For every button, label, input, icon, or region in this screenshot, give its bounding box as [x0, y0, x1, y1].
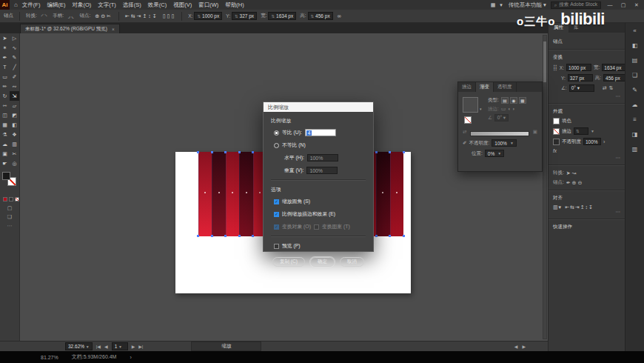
maximize-button[interactable]: ▢	[619, 2, 628, 8]
cancel-button[interactable]: 取消	[340, 257, 364, 267]
menu-item[interactable]: 文字(T)	[98, 1, 116, 9]
menu-item[interactable]: 窗口(W)	[198, 1, 218, 9]
expand-panels-icon[interactable]: «	[633, 27, 636, 34]
caret-down-icon[interactable]: ▼	[591, 129, 594, 133]
anchor-point[interactable]	[375, 151, 378, 153]
horizontal-scroll-arrows[interactable]: ◀ ▶	[514, 344, 526, 349]
vertical-scrollbar[interactable]	[543, 35, 547, 339]
stroke-swatch[interactable]	[553, 128, 560, 135]
draw-mode-icon[interactable]: ▢	[7, 205, 13, 211]
align-menu-icon[interactable]: ▥▾	[553, 204, 562, 210]
paintbrush-tool[interactable]: ✐	[10, 72, 19, 81]
anchor-point-mid[interactable]	[246, 192, 247, 193]
artwork-stripe[interactable]	[212, 152, 225, 236]
menu-item[interactable]: 编辑(E)	[47, 1, 65, 9]
align-icons[interactable]: ⇤⇆⇥↥↕↧	[565, 204, 594, 210]
home-icon[interactable]: ⌂	[14, 1, 18, 8]
anchor-point-mid[interactable]	[396, 192, 398, 193]
first-artboard-icon[interactable]: |◀	[96, 344, 101, 349]
opacity-chevron-icon[interactable]: ›	[603, 139, 605, 144]
shaper-tool[interactable]: ∾	[10, 81, 19, 91]
rotate-tool[interactable]: ↻	[0, 91, 10, 101]
anchor-point[interactable]	[197, 235, 199, 237]
workspace-switcher[interactable]: 传统基本功能 ▾	[509, 1, 546, 9]
stroke-panel-icon[interactable]: ≡	[633, 116, 637, 123]
color-button[interactable]	[3, 197, 7, 202]
stroke-weight-input[interactable]: ⇅	[574, 127, 588, 135]
type-tool[interactable]: T	[0, 62, 10, 72]
artwork-stripe[interactable]	[376, 152, 389, 236]
artboard-number-field[interactable]: 1 ▼	[112, 342, 128, 350]
field-input[interactable]: ⇅327 px	[232, 12, 257, 20]
flip-horizontal-icon[interactable]: ⇄	[603, 85, 607, 91]
uniform-radio[interactable]	[274, 130, 279, 136]
field-input[interactable]: ⇅456 px	[308, 12, 333, 20]
anchor-point[interactable]	[238, 151, 241, 153]
selection-tool[interactable]: ➤	[0, 33, 10, 43]
gradient-tool[interactable]: ◧	[10, 120, 19, 130]
direct-selection-tool[interactable]: ▷	[10, 33, 19, 43]
anchor-point[interactable]	[197, 151, 199, 153]
shape-builder-tool[interactable]: ◫	[0, 110, 10, 120]
zoom-level-field[interactable]: 32.62% ▼	[65, 342, 93, 350]
w-input[interactable]: 1634 px	[602, 64, 627, 71]
color-guide-icon[interactable]: ▤	[632, 57, 638, 64]
menu-item[interactable]: 效果(C)	[148, 1, 167, 9]
fill-swatch[interactable]	[2, 172, 10, 180]
freeform-gradient-icon[interactable]: ▦	[519, 97, 526, 104]
slice-tool[interactable]: ✂	[10, 149, 19, 159]
reference-point-icon[interactable]: ⣿	[553, 64, 557, 71]
last-artboard-icon[interactable]: ▶|	[138, 344, 143, 349]
panel-tab[interactable]: 属性	[549, 23, 568, 33]
linear-gradient-icon[interactable]: ▤	[501, 97, 509, 104]
field-input[interactable]: ⇅1634 px	[268, 12, 296, 20]
zoom-tool[interactable]: ◎	[10, 159, 19, 168]
eyedropper-tool[interactable]: ⚗	[0, 130, 10, 139]
anchor-point-mid[interactable]	[232, 192, 233, 193]
screen-mode-icon[interactable]: ❏	[7, 214, 12, 220]
stepper-icon[interactable]: ⇅	[197, 14, 201, 19]
artwork-stripe[interactable]	[198, 152, 212, 236]
fx-icon[interactable]: fx	[553, 148, 557, 153]
panel-tab[interactable]: 描边	[458, 82, 476, 92]
lasso-tool[interactable]: ∿	[10, 43, 19, 53]
gradient-fill-stroke-icon[interactable]	[464, 116, 472, 124]
position-field[interactable]: 0%▼	[485, 150, 504, 157]
mesh-tool[interactable]: ▦	[0, 120, 10, 130]
stock-search-input[interactable]: ⌕ 搜索 Adobe Stock	[551, 1, 601, 9]
line-segment-tool[interactable]: ╱	[10, 62, 19, 72]
anchor-edit-icons[interactable]: ✒ ⊕ ⊖	[566, 180, 583, 186]
anchor-point-mid[interactable]	[259, 192, 261, 193]
eyedropper-icon[interactable]: ✐	[463, 140, 466, 146]
arrange-documents-icon[interactable]: ▦ ▾	[491, 2, 504, 8]
none-button[interactable]	[15, 197, 19, 202]
distribute-icons[interactable]: ▯▯▯	[163, 13, 176, 19]
anchor-edit-icons[interactable]: ⊕⊖✂	[95, 13, 113, 19]
brushes-icon[interactable]: ✎	[632, 87, 637, 93]
symbols-icon[interactable]: ☁	[632, 101, 638, 108]
scroll-left-icon[interactable]: ◀	[514, 344, 518, 349]
handles-icons[interactable]: ◞◟	[68, 13, 75, 19]
perspective-grid-tool[interactable]: ◩	[10, 110, 19, 120]
toolbar-more-icon[interactable]: ⋯	[7, 223, 13, 229]
menu-item[interactable]: 对象(O)	[72, 1, 91, 9]
anchor-point-mid[interactable]	[218, 192, 220, 193]
magic-wand-tool[interactable]: ✶	[0, 43, 10, 53]
stepper-icon[interactable]: ⇅	[311, 14, 315, 19]
curvature-tool[interactable]: ✎	[10, 53, 19, 62]
menu-item[interactable]: 视图(V)	[173, 1, 192, 9]
transform-more-icon[interactable]: ⋯	[553, 93, 620, 99]
prev-artboard-icon[interactable]: ◀	[104, 344, 108, 349]
close-button[interactable]: ✕	[632, 2, 641, 8]
vertical-input[interactable]: 100%	[306, 167, 338, 174]
panel-tab[interactable]: 渐变	[476, 82, 494, 92]
anchor-point[interactable]	[375, 235, 378, 237]
convert-anchor-icons[interactable]: ◜◝	[41, 13, 48, 19]
gradient-button[interactable]	[9, 197, 13, 202]
rectangle-tool[interactable]: ▭	[0, 72, 10, 81]
gradient-slider[interactable]	[470, 131, 529, 136]
convert-anchor-icons[interactable]: ➤ ↝	[566, 170, 577, 176]
dialog-title-bar[interactable]: 比例缩放	[264, 102, 373, 112]
swatches-icon[interactable]: ❏	[632, 72, 637, 79]
stepper-icon[interactable]: ⇅	[235, 14, 238, 19]
